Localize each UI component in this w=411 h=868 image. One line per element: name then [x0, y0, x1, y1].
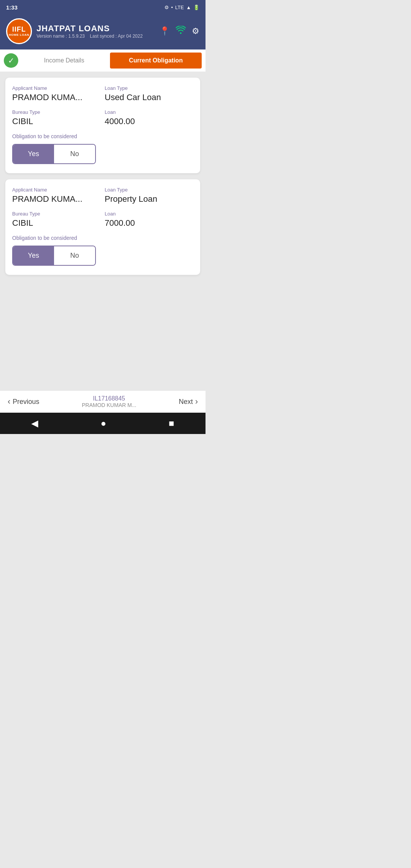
- tab-bar: ✓ Income Details Current Obligation: [0, 49, 206, 72]
- next-label: Next: [179, 398, 193, 406]
- back-nav-icon[interactable]: ◀: [31, 418, 38, 429]
- applicant-short-name: PRAMOD KUMAR M...: [82, 402, 136, 408]
- card1-grid: Applicant Name PRAMOD KUMA... Loan Type …: [12, 85, 193, 126]
- app-name: JHATPAT LOANS: [37, 24, 143, 34]
- settings-icon[interactable]: ⚙: [192, 26, 199, 36]
- wifi-icon[interactable]: [176, 26, 186, 37]
- dot-icon: •: [171, 5, 173, 10]
- card1-bureau-label: Bureau Type: [12, 109, 101, 115]
- card2-loantype-label: Loan Type: [105, 187, 193, 193]
- next-button[interactable]: Next ›: [179, 397, 198, 407]
- card1-loan-label: Loan: [105, 109, 193, 115]
- header-title: JHATPAT LOANS Version name : 1.5.9.23 La…: [37, 24, 143, 39]
- card2-grid: Applicant Name PRAMOD KUMA... Loan Type …: [12, 187, 193, 228]
- card2-bureau-value: CIBIL: [12, 218, 101, 228]
- card1-obligation-label: Obligation to be considered: [12, 133, 193, 139]
- bottom-center-info: IL17168845 PRAMOD KUMAR M...: [82, 395, 136, 408]
- card2-applicant-label: Applicant Name: [12, 187, 101, 193]
- version-info: Version name : 1.5.9.23 Last synced : Ap…: [37, 34, 143, 39]
- tab-check-icon: ✓: [4, 53, 18, 68]
- home-nav-icon[interactable]: ●: [100, 418, 106, 429]
- card2-no-button[interactable]: No: [54, 246, 95, 265]
- recents-nav-icon[interactable]: ■: [169, 418, 174, 429]
- logo-iifl-text: IIFL: [12, 26, 26, 34]
- card2-bureau-label: Bureau Type: [12, 211, 101, 217]
- card1-applicant-field: Applicant Name PRAMOD KUMA...: [12, 85, 101, 102]
- settings-status-icon: ⚙: [164, 5, 169, 10]
- tab-current-obligation[interactable]: Current Obligation: [110, 53, 202, 69]
- signal-icon: ▲: [186, 5, 191, 10]
- loan-id: IL17168845: [82, 395, 136, 402]
- card2-obligation-label: Obligation to be considered: [12, 235, 193, 241]
- card2-loan-label: Loan: [105, 211, 193, 217]
- card2-loan-field: Loan 7000.00: [105, 211, 193, 228]
- card1-applicant-label: Applicant Name: [12, 85, 101, 91]
- card1-toggle-group: Yes No: [12, 144, 96, 164]
- nav-bar: ◀ ● ■: [0, 413, 206, 434]
- obligation-card-2: Applicant Name PRAMOD KUMA... Loan Type …: [5, 179, 200, 275]
- last-synced-label: Last synced : Apr 04 2022: [90, 34, 143, 39]
- card1-no-button[interactable]: No: [54, 145, 95, 163]
- card1-loan-value: 4000.00: [105, 116, 193, 126]
- card2-loan-value: 7000.00: [105, 218, 193, 228]
- card2-yes-button[interactable]: Yes: [13, 246, 54, 265]
- card1-bureau-value: CIBIL: [12, 116, 101, 126]
- card1-bureau-field: Bureau Type CIBIL: [12, 109, 101, 126]
- bottom-bar: ‹ Previous IL17168845 PRAMOD KUMAR M... …: [0, 390, 206, 413]
- card2-bureau-field: Bureau Type CIBIL: [12, 211, 101, 228]
- card2-toggle-group: Yes No: [12, 246, 96, 266]
- card1-loantype-label: Loan Type: [105, 85, 193, 91]
- logo-sub-text: HOME LOAN: [9, 34, 29, 37]
- previous-arrow-icon: ‹: [8, 397, 10, 407]
- battery-icon: 🔋: [193, 5, 199, 10]
- status-time: 1:33: [6, 4, 18, 11]
- next-arrow-icon: ›: [195, 397, 198, 407]
- status-bar: 1:33 ⚙ • LTE ▲ 🔋: [0, 0, 206, 14]
- card1-loantype-value: Used Car Loan: [105, 93, 193, 102]
- previous-label: Previous: [13, 398, 39, 406]
- card1-applicant-value: PRAMOD KUMA...: [12, 93, 101, 102]
- card2-loantype-value: Property Loan: [105, 194, 193, 204]
- card1-loan-field: Loan 4000.00: [105, 109, 193, 126]
- header-left: IIFL HOME LOAN JHATPAT LOANS Version nam…: [6, 18, 143, 44]
- card2-loantype-field: Loan Type Property Loan: [105, 187, 193, 204]
- status-icons: ⚙ • LTE ▲ 🔋: [164, 5, 199, 10]
- iifl-logo: IIFL HOME LOAN: [6, 18, 32, 44]
- previous-button[interactable]: ‹ Previous: [8, 397, 39, 407]
- app-header: IIFL HOME LOAN JHATPAT LOANS Version nam…: [0, 14, 206, 49]
- card2-applicant-value: PRAMOD KUMA...: [12, 194, 101, 204]
- card1-loantype-field: Loan Type Used Car Loan: [105, 85, 193, 102]
- location-icon[interactable]: 📍: [159, 26, 170, 36]
- card2-applicant-field: Applicant Name PRAMOD KUMA...: [12, 187, 101, 204]
- header-right: 📍 ⚙: [159, 26, 199, 37]
- obligation-card-1: Applicant Name PRAMOD KUMA... Loan Type …: [5, 78, 200, 173]
- tab-income-details[interactable]: Income Details: [18, 53, 110, 69]
- lte-label: LTE: [175, 5, 184, 10]
- version-label: Version name : 1.5.9.23: [37, 34, 85, 39]
- card1-yes-button[interactable]: Yes: [13, 145, 54, 163]
- content-area: Applicant Name PRAMOD KUMA... Loan Type …: [0, 72, 206, 390]
